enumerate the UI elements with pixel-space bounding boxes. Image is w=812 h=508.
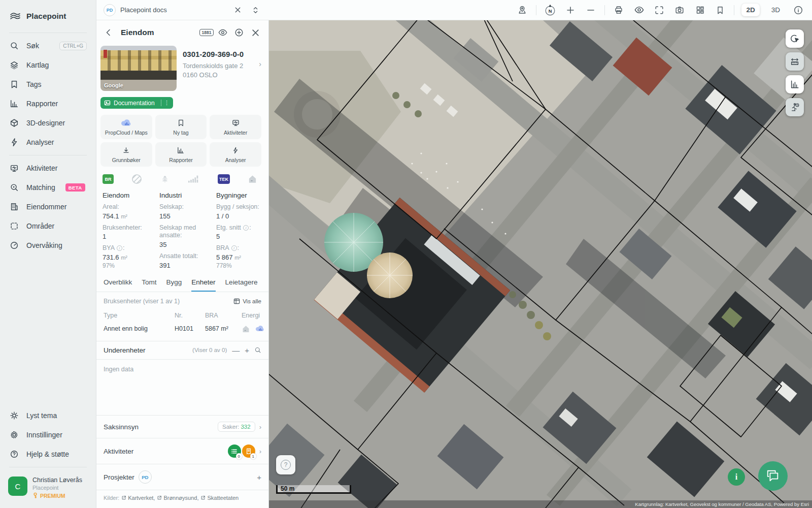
bookmark-save-icon[interactable] — [714, 4, 727, 17]
aktiviteter-row[interactable]: Aktiviteter 0 1 › — [96, 438, 268, 464]
topbar: PD Placepoint docs N — [96, 0, 812, 20]
map-info-button[interactable]: i — [728, 468, 745, 486]
documentation-button[interactable]: Documentation ⋮ — [100, 97, 173, 109]
badge-1881-icon[interactable]: 1881 — [200, 26, 213, 39]
map-help-button[interactable]: ? — [276, 455, 295, 474]
user-profile[interactable]: C Christian Løverås Placepoint PREMIUM — [0, 470, 96, 508]
tab-enheter[interactable]: Enheter — [191, 278, 215, 292]
sidebar-item-lyst-tema[interactable]: Lyst tema — [0, 406, 96, 425]
stat-label-etg: Etg. snitt i: — [216, 224, 263, 232]
measure-tool-button[interactable] — [786, 52, 804, 71]
premium-badge: PREMIUM — [32, 492, 82, 499]
monitor-icon — [231, 118, 240, 128]
vis-alle-button[interactable]: Vis alle — [233, 298, 261, 304]
close-doc-icon[interactable] — [231, 4, 244, 17]
eye-icon[interactable] — [217, 26, 229, 39]
status-icon-row: BR TEK — [96, 172, 268, 188]
app-logo[interactable]: Placepoint — [0, 0, 96, 29]
sidebar-item-kartlag[interactable]: Kartlag — [0, 55, 96, 75]
sidebar-item-hjelp[interactable]: Hjelp & støtte — [0, 444, 96, 464]
add-project-icon[interactable]: + — [257, 473, 261, 482]
select-tool-button[interactable] — [786, 29, 804, 48]
action-grunnboker[interactable]: Grunnbøker — [100, 142, 152, 167]
saksinnsyn-row[interactable]: Saksinnsyn Saker: 332 › — [96, 415, 268, 438]
tek-badge[interactable]: TEK — [218, 174, 230, 184]
source-link-kartverket[interactable]: Kartverket, — [121, 495, 155, 501]
sidebar-item-3d-designer[interactable]: 3D-designer — [0, 113, 96, 133]
action-propcloud[interactable]: PropCloud / Maps — [100, 115, 152, 139]
sidebar-item-analyser[interactable]: Analyser — [0, 133, 96, 152]
stats-col-bygninger: Bygninger Bygg / seksjon: 1 / 0 Etg. sni… — [216, 192, 263, 269]
sidebar-item-aktiviteter[interactable]: Aktiviteter — [0, 158, 96, 178]
sidebar-item-label: Rapporter — [26, 100, 58, 108]
sidebar-item-tags[interactable]: Tags — [0, 75, 96, 94]
search-icon[interactable] — [254, 346, 261, 354]
screenshot-camera-icon[interactable] — [673, 4, 686, 17]
sidebar-item-label: Områder — [26, 222, 54, 230]
map-canvas[interactable]: ? 50 m i Kartgrunnlag: Kartverket, Geove… — [269, 20, 812, 508]
back-icon[interactable] — [103, 26, 115, 39]
energi-cell — [242, 325, 265, 333]
visibility-icon[interactable] — [632, 4, 646, 17]
placepoint-app: Placepoint Søk CTRL+G Kartlag Tags — [0, 0, 812, 508]
sidebar-item-omrader[interactable]: Områder — [0, 216, 96, 236]
compass-icon[interactable]: N — [544, 4, 557, 17]
house-minus-icon[interactable] — [248, 174, 257, 184]
prosjekter-row[interactable]: Prosjekter PD + — [96, 464, 268, 490]
more-options-icon[interactable]: ⋮ — [161, 100, 170, 106]
doc-title: Placepoint docs — [120, 6, 226, 14]
stat-label-bya: BYA i: — [103, 244, 158, 252]
view-2d-button[interactable]: 2D — [741, 4, 759, 16]
sidebar-item-rapporter[interactable]: Rapporter — [0, 94, 96, 113]
close-panel-icon[interactable] — [249, 26, 261, 39]
heritage-leaf-icon[interactable] — [160, 174, 170, 184]
satellite-imagery — [269, 20, 812, 508]
action-rapporter[interactable]: Rapporter — [155, 142, 207, 167]
fullscreen-icon[interactable] — [653, 4, 666, 17]
layers-logo-icon — [9, 10, 21, 22]
sidebar-item-eiendommer[interactable]: Eiendommer — [0, 197, 96, 216]
zoom-out-icon[interactable] — [584, 4, 597, 17]
document-chip[interactable]: PD Placepoint docs — [96, 4, 269, 17]
print-icon[interactable] — [612, 4, 625, 17]
tab-tomt[interactable]: Tomt — [142, 278, 156, 292]
chart-tool-button[interactable] — [786, 75, 804, 93]
tab-leietagere[interactable]: Leietagere — [225, 278, 258, 292]
info-icon[interactable] — [792, 4, 805, 17]
mini-bars-icon[interactable] — [188, 175, 200, 184]
streetview-thumbnail[interactable]: Google — [100, 46, 177, 91]
sidebar-item-matching[interactable]: Matching BETA — [0, 178, 96, 197]
chat-button[interactable] — [758, 461, 788, 491]
table-header: Type Nr. BRA Energi — [104, 309, 261, 322]
source-link-skatteetaten[interactable]: Skatteetaten — [200, 495, 239, 501]
sidebar-item-label: Innstillinger — [26, 431, 62, 439]
location-marker-icon[interactable] — [516, 4, 529, 17]
action-aktiviteter[interactable]: Aktiviteter — [210, 115, 261, 139]
stats-col-eiendom: Eiendom Areal: 754.1 m² Bruksenheter: 1 … — [103, 192, 158, 269]
travel-time-tool-button[interactable] — [786, 98, 804, 116]
view-3d-button[interactable]: 3D — [767, 4, 785, 16]
zoom-in-icon[interactable] — [564, 4, 577, 17]
add-icon[interactable]: + — [245, 346, 249, 355]
sidebar-item-overvaking[interactable]: Overvåking — [0, 236, 96, 255]
qr-widgets-icon[interactable] — [693, 4, 706, 17]
collapse-icon[interactable]: — — [232, 346, 240, 355]
info-dot-icon: i — [117, 245, 122, 251]
saker-badge: Saker: 332 — [218, 422, 255, 432]
hatched-circle-icon[interactable] — [131, 174, 142, 184]
action-ny-tag[interactable]: Ny tag — [155, 115, 207, 139]
search-icon — [9, 41, 19, 51]
chevron-right-icon[interactable]: › — [259, 60, 261, 91]
source-link-bronnoysund[interactable]: Brønnøysund, — [157, 495, 198, 501]
stats-col-industri: Industri Selskap: 155 Selskap med ansatt… — [159, 192, 215, 269]
bar-chart-icon — [9, 99, 19, 109]
br-badge[interactable]: BR — [103, 174, 114, 184]
doc-sort-chevrons-icon[interactable] — [249, 4, 262, 17]
table-row[interactable]: Annet enn bolig H0101 5867 m² — [104, 322, 261, 336]
locate-target-icon[interactable] — [233, 26, 245, 39]
tab-bygg[interactable]: Bygg — [166, 278, 182, 292]
sidebar-item-innstillinger[interactable]: Innstillinger — [0, 425, 96, 444]
sidebar-item-sok[interactable]: Søk CTRL+G — [0, 36, 96, 55]
tab-overblikk[interactable]: Overblikk — [104, 278, 132, 292]
action-analyser[interactable]: Analyser — [210, 142, 261, 167]
